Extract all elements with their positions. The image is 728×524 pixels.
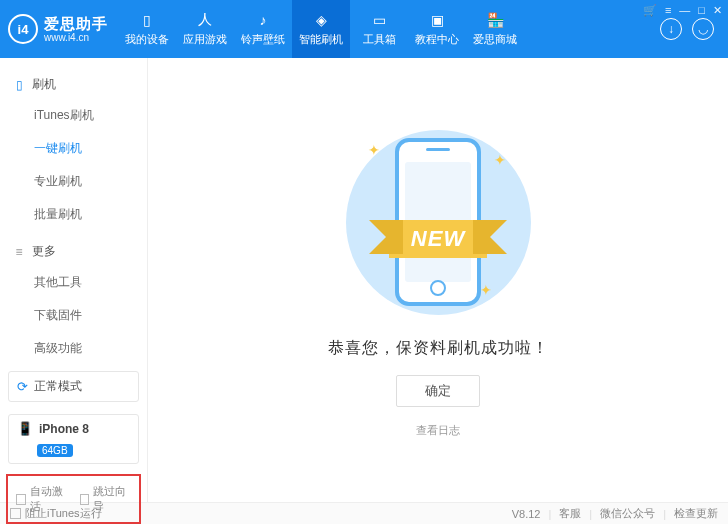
checkbox-icon — [10, 508, 21, 519]
nav-label: 铃声壁纸 — [241, 32, 285, 47]
nav-tutorial[interactable]: ▣ 教程中心 — [408, 0, 466, 58]
download-icon[interactable]: ↓ — [660, 18, 682, 40]
main-content: ✦ ✦ ✦ NEW 恭喜您，保资料刷机成功啦！ 确定 查看日志 — [148, 58, 728, 502]
cart-icon[interactable]: 🛒 — [643, 4, 657, 17]
nav-shop[interactable]: 🏪 爱思商城 — [466, 0, 524, 58]
sidebar-item-itunes-flash[interactable]: iTunes刷机 — [0, 99, 147, 132]
view-log-link[interactable]: 查看日志 — [416, 423, 460, 438]
sidebar-section-title: 更多 — [32, 243, 56, 260]
storage-badge: 64GB — [37, 444, 73, 457]
sidebar: ▯ 刷机 iTunes刷机 一键刷机 专业刷机 批量刷机 ≡ 更多 其他工具 下… — [0, 58, 148, 502]
nav-label: 爱思商城 — [473, 32, 517, 47]
success-message: 恭喜您，保资料刷机成功啦！ — [328, 338, 549, 359]
phone-icon: 📱 — [17, 421, 33, 436]
ringtone-icon: ♪ — [254, 11, 272, 29]
sidebar-item-other-tools[interactable]: 其他工具 — [0, 266, 147, 299]
new-ribbon: NEW — [389, 220, 487, 258]
nav-apps[interactable]: 人 应用游戏 — [176, 0, 234, 58]
tutorial-icon: ▣ — [428, 11, 446, 29]
minimize-icon[interactable]: — — [679, 4, 690, 17]
success-illustration: ✦ ✦ ✦ NEW — [328, 122, 548, 322]
user-icon[interactable]: ◡ — [692, 18, 714, 40]
version-label: V8.12 — [512, 508, 541, 520]
sidebar-section-flash[interactable]: ▯ 刷机 — [0, 72, 147, 99]
nav-ringtone[interactable]: ♪ 铃声壁纸 — [234, 0, 292, 58]
sidebar-item-pro-flash[interactable]: 专业刷机 — [0, 165, 147, 198]
update-link[interactable]: 检查更新 — [674, 506, 718, 521]
checkbox-icon — [16, 494, 26, 505]
maximize-icon[interactable]: □ — [698, 4, 705, 17]
nav-label: 教程中心 — [415, 32, 459, 47]
refresh-icon: ⟳ — [17, 379, 28, 394]
device-icon: ▯ — [12, 78, 26, 92]
checkbox-icon — [80, 494, 90, 505]
sidebar-item-download-fw[interactable]: 下载固件 — [0, 299, 147, 332]
device-name: iPhone 8 — [39, 422, 130, 436]
mode-label: 正常模式 — [34, 378, 82, 395]
sidebar-section-more[interactable]: ≡ 更多 — [0, 239, 147, 266]
more-icon: ≡ — [12, 245, 26, 259]
logo-icon: i4 — [8, 14, 38, 44]
brand-url: www.i4.cn — [44, 32, 108, 44]
close-icon[interactable]: ✕ — [713, 4, 722, 17]
nav-label: 我的设备 — [125, 32, 169, 47]
apps-icon: 人 — [196, 11, 214, 29]
nav-my-device[interactable]: ▯ 我的设备 — [118, 0, 176, 58]
checkbox-label: 阻止iTunes运行 — [25, 506, 102, 521]
nav-flash[interactable]: ◈ 智能刷机 — [292, 0, 350, 58]
sidebar-item-oneclick-flash[interactable]: 一键刷机 — [0, 132, 147, 165]
device-box[interactable]: 📱 iPhone 8 64GB — [8, 414, 139, 464]
menu-icon[interactable]: ≡ — [665, 4, 671, 17]
block-itunes-checkbox[interactable]: 阻止iTunes运行 — [10, 506, 102, 521]
app-header: i4 爱思助手 www.i4.cn ▯ 我的设备 人 应用游戏 ♪ 铃声壁纸 ◈… — [0, 0, 728, 58]
sidebar-item-batch-flash[interactable]: 批量刷机 — [0, 198, 147, 231]
flash-icon: ◈ — [312, 11, 330, 29]
wechat-link[interactable]: 微信公众号 — [600, 506, 655, 521]
shop-icon: 🏪 — [486, 11, 504, 29]
toolbox-icon: ▭ — [370, 11, 388, 29]
nav-label: 应用游戏 — [183, 32, 227, 47]
brand-name: 爱思助手 — [44, 15, 108, 32]
nav-toolbox[interactable]: ▭ 工具箱 — [350, 0, 408, 58]
support-link[interactable]: 客服 — [559, 506, 581, 521]
top-nav: ▯ 我的设备 人 应用游戏 ♪ 铃声壁纸 ◈ 智能刷机 ▭ 工具箱 ▣ 教程中心… — [118, 0, 646, 58]
sparkle-icon: ✦ — [480, 282, 492, 298]
sparkle-icon: ✦ — [368, 142, 380, 158]
mode-box[interactable]: ⟳ 正常模式 — [8, 371, 139, 402]
sparkle-icon: ✦ — [494, 152, 506, 168]
sidebar-section-title: 刷机 — [32, 76, 56, 93]
nav-label: 工具箱 — [363, 32, 396, 47]
window-controls: 🛒 ≡ — □ ✕ — [643, 4, 722, 17]
ok-button[interactable]: 确定 — [396, 375, 480, 407]
brand: i4 爱思助手 www.i4.cn — [0, 0, 118, 58]
phone-icon: ▯ — [138, 11, 156, 29]
nav-label: 智能刷机 — [299, 32, 343, 47]
sidebar-item-advanced[interactable]: 高级功能 — [0, 332, 147, 365]
